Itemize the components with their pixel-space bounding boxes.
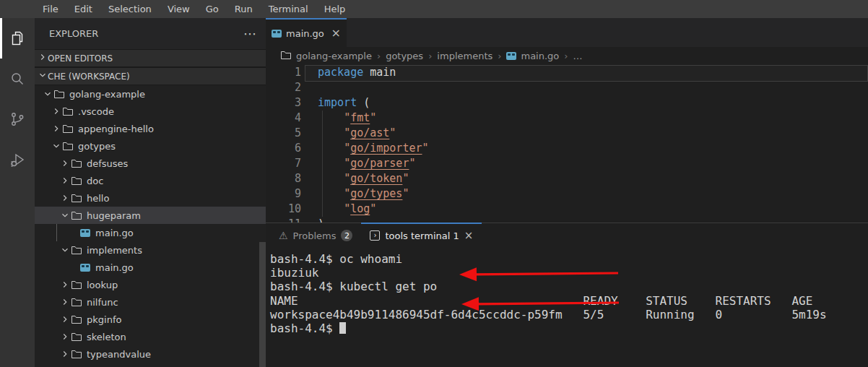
menu-file[interactable]: File xyxy=(35,0,66,18)
panel-tab-problems[interactable]: ⚠Problems2 xyxy=(270,223,361,247)
chevron-right-icon xyxy=(59,279,71,290)
breadcrumb-label: golang-example xyxy=(296,51,372,61)
breadcrumb-item[interactable]: golang-example xyxy=(280,49,372,63)
line-number: 3 xyxy=(266,95,301,111)
folder-icon xyxy=(71,279,82,290)
chevron-right-icon xyxy=(51,105,62,117)
breadcrumb-item[interactable]: gotypes xyxy=(386,51,423,61)
chevron-down-icon xyxy=(42,88,53,100)
tree-item-gotypes[interactable]: gotypes xyxy=(35,137,266,155)
tree-item-label: skeleton xyxy=(87,332,126,342)
panel-tab-bar: ⚠Problems2›tools terminal 1× xyxy=(266,223,868,247)
tree-item-nilfunc[interactable]: nilfunc xyxy=(35,293,266,311)
breadcrumb-separator: › xyxy=(377,51,381,61)
breadcrumb-separator: › xyxy=(564,51,568,61)
tree-item-main-go[interactable]: main.go xyxy=(35,259,266,276)
line-number: 9 xyxy=(266,186,301,202)
tree-item-golang-example[interactable]: golang-example xyxy=(35,85,266,103)
terminal-line: ibuziuk xyxy=(270,266,868,280)
menu-run[interactable]: Run xyxy=(227,0,261,18)
code-text: "go/types" xyxy=(301,186,409,202)
close-icon[interactable]: × xyxy=(331,27,341,39)
source-control-icon[interactable] xyxy=(0,99,35,139)
breadcrumb-label: … xyxy=(573,51,583,61)
tab-main-go[interactable]: main.go × xyxy=(266,18,347,47)
menu-view[interactable]: View xyxy=(160,0,198,18)
code-text: "log" xyxy=(301,202,376,217)
breadcrumb-label: main.go xyxy=(521,51,559,61)
menu-edit[interactable]: Edit xyxy=(66,0,100,18)
terminal-line: bash-4.4$ oc whoami xyxy=(270,252,868,266)
menu-selection[interactable]: Selection xyxy=(100,0,160,18)
tree-item-main-go[interactable]: main.go xyxy=(35,224,266,241)
tree-item-appengine-hello[interactable]: appengine-hello xyxy=(35,120,266,137)
menu-go[interactable]: Go xyxy=(198,0,227,18)
panel-tab-tools-terminal-1[interactable]: ›tools terminal 1× xyxy=(361,223,482,247)
tree-item-hugeparam[interactable]: hugeparam xyxy=(35,207,266,224)
go-file-icon xyxy=(272,30,282,38)
panel-tab-label: Problems xyxy=(293,230,337,241)
chevron-right-icon xyxy=(59,314,71,325)
line-number: 10 xyxy=(266,202,301,217)
code-text: "go/importer" xyxy=(301,141,429,156)
chevron-right-icon xyxy=(59,331,71,342)
chevron-right-icon xyxy=(59,175,71,186)
tree-item-skeleton[interactable]: skeleton xyxy=(35,328,266,345)
code-text: "go/parser" xyxy=(301,156,415,171)
chevron-right-icon xyxy=(59,157,71,169)
folder-icon xyxy=(71,348,82,360)
folder-icon xyxy=(71,192,82,204)
folder-icon xyxy=(62,123,74,134)
breadcrumb-item[interactable]: … xyxy=(573,51,583,61)
menu-help[interactable]: Help xyxy=(316,0,354,18)
chevron-right-icon xyxy=(59,192,71,204)
code-text: "go/token" xyxy=(301,171,409,186)
breadcrumb-label: gotypes xyxy=(386,51,423,61)
sidebar-scrollbar[interactable] xyxy=(259,242,266,367)
tree-item-label: lookup xyxy=(87,280,118,290)
terminal-line: workspace4b49b911486945df-6d4c5ccddc-p59… xyxy=(270,308,868,321)
breadcrumb-item[interactable]: implements xyxy=(437,51,492,61)
tree-item-label: typeandvalue xyxy=(87,349,151,360)
line-number: 5 xyxy=(266,126,301,141)
section-label: OPEN EDITORS xyxy=(48,53,113,64)
tree-item--vscode[interactable]: .vscode xyxy=(35,103,266,120)
more-actions-icon[interactable]: ⋯ xyxy=(243,26,257,41)
menu-terminal[interactable]: Terminal xyxy=(261,0,316,18)
tree-item-label: golang-example xyxy=(69,89,145,100)
folder-icon xyxy=(71,210,82,221)
search-icon[interactable] xyxy=(0,59,35,99)
code-text: package main xyxy=(301,65,396,80)
code-line-8: 8 "go/token" xyxy=(266,171,868,186)
terminal-line: bash-4.4$ xyxy=(270,321,868,335)
chevron-right-icon xyxy=(59,348,71,360)
tree-item-typeandvalue[interactable]: typeandvalue xyxy=(35,345,266,363)
tree-item-label: hugeparam xyxy=(87,210,141,221)
go-file-icon xyxy=(79,262,91,273)
tree-item-hello[interactable]: hello xyxy=(35,189,266,207)
tree-item-lookup[interactable]: lookup xyxy=(35,276,266,293)
tree-item-pkginfo[interactable]: pkginfo xyxy=(35,311,266,328)
menu-bar: FileEditSelectionViewGoRunTerminalHelp xyxy=(0,0,868,18)
code-line-9: 9 "go/types" xyxy=(266,186,868,202)
tree-item-implements[interactable]: implements xyxy=(35,241,266,259)
files-icon[interactable] xyxy=(0,18,35,59)
go-file-icon xyxy=(506,52,516,60)
warning-icon: ⚠ xyxy=(279,230,288,241)
bottom-panel: ⚠Problems2›tools terminal 1× bash-4.4$ o… xyxy=(266,223,868,349)
tree-item-doc[interactable]: doc xyxy=(35,172,266,189)
folder-icon xyxy=(71,331,82,342)
folder-icon xyxy=(62,105,74,117)
section-open-editors[interactable]: OPEN EDITORS xyxy=(35,49,266,67)
code-editor[interactable]: 1package main23import (4 "fmt"5 "go/ast"… xyxy=(266,65,868,241)
chevron-right-icon xyxy=(38,52,48,64)
terminal-output[interactable]: bash-4.4$ oc whoamiibuziukbash-4.4$ kube… xyxy=(266,247,868,335)
tree-item-defsuses[interactable]: defsuses xyxy=(35,155,266,172)
section-che-workspace[interactable]: CHE (WORKSPACE) xyxy=(35,67,266,85)
close-icon[interactable]: × xyxy=(464,230,474,241)
chevron-spacer xyxy=(68,262,79,273)
code-line-5: 5 "go/ast" xyxy=(266,126,868,141)
debug-icon[interactable] xyxy=(0,139,35,180)
terminal-icon: › xyxy=(370,230,380,241)
breadcrumb-item[interactable]: main.go xyxy=(506,51,559,61)
